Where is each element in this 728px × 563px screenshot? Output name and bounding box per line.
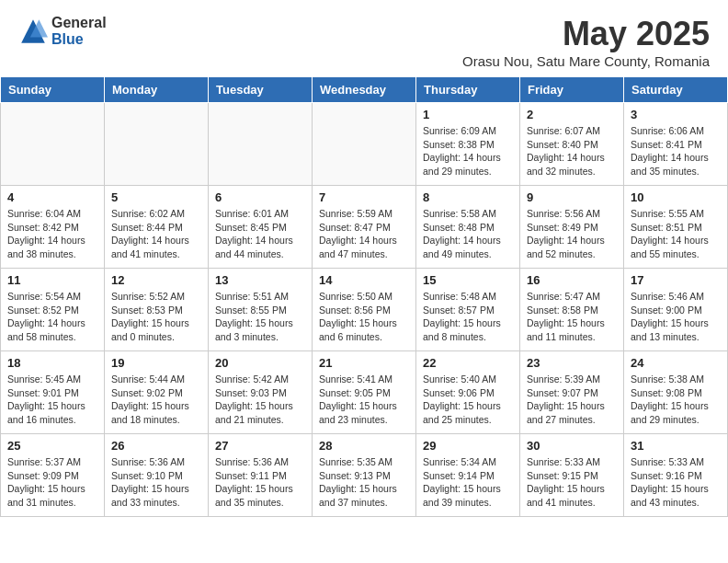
day-number: 16 xyxy=(527,273,617,287)
day-number: 31 xyxy=(631,439,721,453)
day-number: 12 xyxy=(111,273,201,287)
day-number: 5 xyxy=(111,190,201,204)
calendar-cell: 17Sunrise: 5:46 AMSunset: 9:00 PMDayligh… xyxy=(624,269,728,351)
logo-blue-text: Blue xyxy=(51,31,107,48)
calendar-cell xyxy=(105,103,209,186)
day-number: 7 xyxy=(319,190,409,204)
day-info: Sunrise: 5:56 AMSunset: 8:49 PMDaylight:… xyxy=(527,207,617,261)
day-number: 14 xyxy=(319,273,409,287)
location-text: Orasu Nou, Satu Mare County, Romania xyxy=(462,53,710,69)
day-info: Sunrise: 5:42 AMSunset: 9:03 PMDaylight:… xyxy=(215,373,305,427)
calendar-cell: 20Sunrise: 5:42 AMSunset: 9:03 PMDayligh… xyxy=(209,351,313,434)
day-number: 18 xyxy=(7,356,97,370)
calendar-cell: 15Sunrise: 5:48 AMSunset: 8:57 PMDayligh… xyxy=(416,269,520,351)
day-number: 1 xyxy=(423,108,513,121)
day-number: 17 xyxy=(631,273,721,287)
calendar-cell: 2Sunrise: 6:07 AMSunset: 8:40 PMDaylight… xyxy=(520,103,624,186)
day-info: Sunrise: 6:02 AMSunset: 8:44 PMDaylight:… xyxy=(111,207,201,261)
day-header-thursday: Thursday xyxy=(416,77,520,103)
calendar-cell: 25Sunrise: 5:37 AMSunset: 9:09 PMDayligh… xyxy=(1,434,105,517)
calendar-table: SundayMondayTuesdayWednesdayThursdayFrid… xyxy=(0,76,728,517)
day-info: Sunrise: 5:36 AMSunset: 9:11 PMDaylight:… xyxy=(215,455,305,510)
day-info: Sunrise: 5:48 AMSunset: 8:57 PMDaylight:… xyxy=(423,290,513,344)
calendar-cell: 31Sunrise: 5:33 AMSunset: 9:16 PMDayligh… xyxy=(624,434,728,517)
calendar-cell: 3Sunrise: 6:06 AMSunset: 8:41 PMDaylight… xyxy=(624,103,728,186)
day-number: 28 xyxy=(319,439,409,453)
week-row-5: 25Sunrise: 5:37 AMSunset: 9:09 PMDayligh… xyxy=(1,434,728,517)
calendar-cell: 26Sunrise: 5:36 AMSunset: 9:10 PMDayligh… xyxy=(105,434,209,517)
day-number: 15 xyxy=(423,273,513,287)
day-number: 26 xyxy=(111,439,201,453)
day-info: Sunrise: 5:36 AMSunset: 9:10 PMDaylight:… xyxy=(111,455,201,510)
day-number: 3 xyxy=(631,108,721,121)
day-number: 4 xyxy=(7,190,97,204)
logo-icon xyxy=(18,17,48,46)
day-info: Sunrise: 5:33 AMSunset: 9:15 PMDaylight:… xyxy=(527,455,617,510)
title-section: May 2025 Orasu Nou, Satu Mare County, Ro… xyxy=(462,15,710,69)
day-info: Sunrise: 5:46 AMSunset: 9:00 PMDaylight:… xyxy=(631,290,721,344)
logo-text: General Blue xyxy=(51,15,107,47)
calendar-cell: 13Sunrise: 5:51 AMSunset: 8:55 PMDayligh… xyxy=(209,269,313,351)
calendar-cell: 6Sunrise: 6:01 AMSunset: 8:45 PMDaylight… xyxy=(209,186,313,269)
day-header-monday: Monday xyxy=(105,77,209,103)
day-number: 8 xyxy=(423,190,513,204)
day-info: Sunrise: 5:37 AMSunset: 9:09 PMDaylight:… xyxy=(7,455,97,510)
calendar-cell: 29Sunrise: 5:34 AMSunset: 9:14 PMDayligh… xyxy=(416,434,520,517)
day-header-sunday: Sunday xyxy=(1,77,105,103)
day-info: Sunrise: 5:59 AMSunset: 8:47 PMDaylight:… xyxy=(319,207,409,261)
day-number: 24 xyxy=(631,356,721,370)
calendar-cell: 8Sunrise: 5:58 AMSunset: 8:48 PMDaylight… xyxy=(416,186,520,269)
day-info: Sunrise: 5:41 AMSunset: 9:05 PMDaylight:… xyxy=(319,373,409,427)
week-row-4: 18Sunrise: 5:45 AMSunset: 9:01 PMDayligh… xyxy=(1,351,728,434)
calendar-cell xyxy=(1,103,105,186)
logo-general-text: General xyxy=(51,15,107,31)
day-info: Sunrise: 6:04 AMSunset: 8:42 PMDaylight:… xyxy=(7,207,97,261)
day-number: 21 xyxy=(319,356,409,370)
day-number: 19 xyxy=(111,356,201,370)
calendar-cell xyxy=(209,103,313,186)
day-info: Sunrise: 5:33 AMSunset: 9:16 PMDaylight:… xyxy=(631,455,721,510)
week-row-3: 11Sunrise: 5:54 AMSunset: 8:52 PMDayligh… xyxy=(1,269,728,351)
day-info: Sunrise: 5:52 AMSunset: 8:53 PMDaylight:… xyxy=(111,290,201,344)
day-number: 29 xyxy=(423,439,513,453)
day-info: Sunrise: 6:01 AMSunset: 8:45 PMDaylight:… xyxy=(215,207,305,261)
calendar-cell: 10Sunrise: 5:55 AMSunset: 8:51 PMDayligh… xyxy=(624,186,728,269)
day-number: 6 xyxy=(215,190,305,204)
day-number: 9 xyxy=(527,190,617,204)
calendar-cell: 1Sunrise: 6:09 AMSunset: 8:38 PMDaylight… xyxy=(416,103,520,186)
day-number: 20 xyxy=(215,356,305,370)
calendar-cell: 9Sunrise: 5:56 AMSunset: 8:49 PMDaylight… xyxy=(520,186,624,269)
day-info: Sunrise: 5:55 AMSunset: 8:51 PMDaylight:… xyxy=(631,207,721,261)
logo: General Blue xyxy=(18,15,107,47)
calendar-cell: 30Sunrise: 5:33 AMSunset: 9:15 PMDayligh… xyxy=(520,434,624,517)
month-title: May 2025 xyxy=(462,15,710,53)
calendar-cell: 19Sunrise: 5:44 AMSunset: 9:02 PMDayligh… xyxy=(105,351,209,434)
calendar-cell xyxy=(313,103,416,186)
day-header-wednesday: Wednesday xyxy=(313,77,416,103)
calendar-cell: 21Sunrise: 5:41 AMSunset: 9:05 PMDayligh… xyxy=(313,351,416,434)
calendar-cell: 5Sunrise: 6:02 AMSunset: 8:44 PMDaylight… xyxy=(105,186,209,269)
day-info: Sunrise: 5:47 AMSunset: 8:58 PMDaylight:… xyxy=(527,290,617,344)
calendar-header-row: SundayMondayTuesdayWednesdayThursdayFrid… xyxy=(1,77,728,103)
day-info: Sunrise: 5:40 AMSunset: 9:06 PMDaylight:… xyxy=(423,373,513,427)
day-number: 25 xyxy=(7,439,97,453)
day-number: 13 xyxy=(215,273,305,287)
day-number: 27 xyxy=(215,439,305,453)
day-number: 22 xyxy=(423,356,513,370)
day-header-tuesday: Tuesday xyxy=(209,77,313,103)
day-number: 30 xyxy=(527,439,617,453)
day-info: Sunrise: 6:06 AMSunset: 8:41 PMDaylight:… xyxy=(631,124,721,178)
day-info: Sunrise: 6:09 AMSunset: 8:38 PMDaylight:… xyxy=(423,124,513,178)
day-info: Sunrise: 5:35 AMSunset: 9:13 PMDaylight:… xyxy=(319,455,409,510)
week-row-1: 1Sunrise: 6:09 AMSunset: 8:38 PMDaylight… xyxy=(1,103,728,186)
calendar-cell: 14Sunrise: 5:50 AMSunset: 8:56 PMDayligh… xyxy=(313,269,416,351)
calendar-cell: 27Sunrise: 5:36 AMSunset: 9:11 PMDayligh… xyxy=(209,434,313,517)
day-number: 23 xyxy=(527,356,617,370)
calendar-cell: 23Sunrise: 5:39 AMSunset: 9:07 PMDayligh… xyxy=(520,351,624,434)
day-info: Sunrise: 5:39 AMSunset: 9:07 PMDaylight:… xyxy=(527,373,617,427)
page-header: General Blue May 2025 Orasu Nou, Satu Ma… xyxy=(0,0,728,76)
day-header-saturday: Saturday xyxy=(624,77,728,103)
day-header-friday: Friday xyxy=(520,77,624,103)
day-info: Sunrise: 5:44 AMSunset: 9:02 PMDaylight:… xyxy=(111,373,201,427)
day-number: 10 xyxy=(631,190,721,204)
